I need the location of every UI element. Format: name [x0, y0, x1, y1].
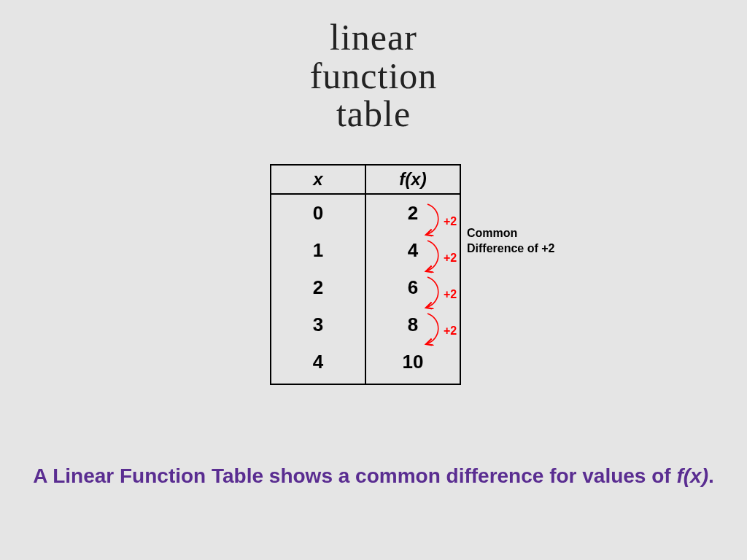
cell-x: 2 — [271, 269, 365, 306]
common-difference-label: Common Difference of +2 — [467, 226, 554, 257]
difference-label: +2 — [444, 288, 457, 301]
cell-x: 1 — [271, 232, 365, 269]
table-row: 0 2 — [271, 194, 460, 232]
header-x: x — [271, 165, 365, 194]
caption-post: . — [708, 464, 714, 487]
table-header-row: x f(x) — [271, 165, 460, 194]
cell-x: 4 — [271, 343, 365, 384]
difference-label: +2 — [444, 324, 457, 338]
slide-title: linear function table — [0, 18, 747, 133]
table-row: 3 8 — [271, 306, 460, 343]
cell-x: 3 — [271, 306, 365, 343]
cell-fx: 10 — [365, 343, 460, 384]
slide: linear function table x f(x) 0 2 1 4 2 6… — [0, 0, 747, 560]
table-row: 2 6 — [271, 269, 460, 306]
table-row: 4 10 — [271, 343, 460, 384]
caption-fx: f(x) — [676, 464, 708, 487]
difference-label: +2 — [444, 252, 457, 265]
table-row: 1 4 — [271, 232, 460, 269]
header-fx: f(x) — [365, 165, 460, 194]
function-table: x f(x) 0 2 1 4 2 6 3 8 4 10 — [270, 164, 461, 385]
difference-label: +2 — [444, 215, 457, 228]
cell-x: 0 — [271, 194, 365, 232]
slide-caption: A Linear Function Table shows a common d… — [0, 463, 747, 489]
caption-text: A Linear Function Table shows a common d… — [33, 464, 676, 487]
